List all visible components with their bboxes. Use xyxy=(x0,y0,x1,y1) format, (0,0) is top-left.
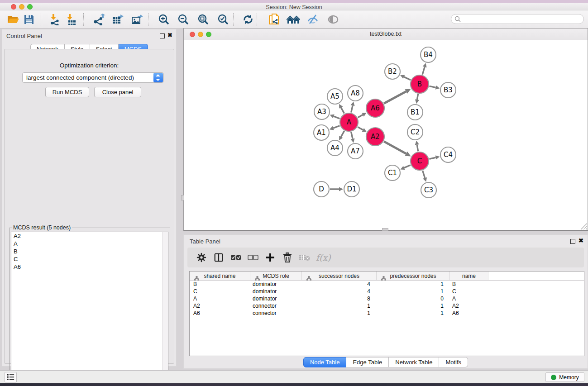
table-cell[interactable]: 1 xyxy=(377,288,450,295)
graph-edge-A-A3[interactable] xyxy=(334,116,339,119)
select-all-checked-icon[interactable] xyxy=(230,252,242,263)
tab-node-table[interactable]: Node Table xyxy=(303,357,347,367)
add-column-icon[interactable] xyxy=(264,252,276,263)
export-image-icon[interactable] xyxy=(129,12,146,27)
table-cell[interactable]: B xyxy=(450,281,488,287)
graph-edge-C-C1[interactable] xyxy=(404,165,411,168)
graph-edge-A-A4[interactable] xyxy=(341,131,344,137)
float-panel-icon[interactable] xyxy=(160,33,165,38)
table-cell[interactable]: A xyxy=(190,295,250,302)
graph-edge-A-A8[interactable] xyxy=(351,105,353,112)
refresh-layout-icon[interactable] xyxy=(240,12,256,27)
table-cell[interactable]: 1 xyxy=(302,310,377,316)
table-row[interactable]: Bdominator41B xyxy=(190,281,584,288)
graph-edge-B-B1[interactable] xyxy=(417,94,418,100)
zoom-selected-icon[interactable] xyxy=(215,12,231,27)
deselect-all-icon[interactable] xyxy=(247,252,259,263)
table-cell[interactable]: 1 xyxy=(302,303,377,309)
table-cell[interactable]: dominator xyxy=(250,281,302,287)
network-canvas[interactable]: B4B2B3A5A8A3A1B1C2A4A7C4C1C3DD1BA6AA2C xyxy=(184,40,588,230)
table-cell[interactable]: 0 xyxy=(377,295,450,302)
graph-edge-A6-B[interactable] xyxy=(384,91,406,103)
graph-edge-A-A6[interactable] xyxy=(358,115,363,118)
table-cell[interactable]: dominator xyxy=(250,295,302,302)
graph-edge-A-A7[interactable] xyxy=(351,132,353,138)
tab-motifs[interactable]: Motifs xyxy=(439,357,468,367)
table-cell[interactable]: C xyxy=(190,288,250,295)
table-row[interactable]: Cdominator41C xyxy=(190,288,584,295)
export-network-icon[interactable] xyxy=(91,12,107,27)
column-visibility-icon[interactable] xyxy=(213,252,225,263)
zoom-in-icon[interactable] xyxy=(156,12,172,27)
run-mcds-button[interactable]: Run MCDS xyxy=(45,87,89,97)
import-network-icon[interactable] xyxy=(47,12,63,27)
column-header-MCDS-role[interactable]: MCDS role xyxy=(250,272,302,280)
mcds-result-list[interactable]: A2ABCA6 xyxy=(11,232,168,380)
mcds-result-item[interactable]: A2 xyxy=(11,232,168,240)
table-cell[interactable]: connector xyxy=(250,303,302,309)
table-cell[interactable]: A6 xyxy=(450,310,488,316)
table-row[interactable]: A6connector11A6 xyxy=(190,310,584,317)
mcds-result-item[interactable]: A6 xyxy=(11,263,168,271)
table-row[interactable]: A2connector11A2 xyxy=(190,302,584,310)
table-cell[interactable]: B xyxy=(190,281,250,287)
table-cell[interactable]: A2 xyxy=(450,303,488,309)
optimization-select[interactable]: largest connected component (directed) xyxy=(22,72,164,83)
horizontal-scroll-thumb[interactable] xyxy=(382,228,388,231)
zoom-fit-icon[interactable] xyxy=(195,12,211,27)
graph-edge-B-B4[interactable] xyxy=(422,67,425,75)
table-row[interactable]: Adominator80A xyxy=(190,295,584,302)
mcds-result-item[interactable]: A xyxy=(11,240,168,248)
export-table-icon[interactable] xyxy=(110,12,126,27)
table-settings-gear-icon[interactable] xyxy=(196,252,207,263)
close-panel-icon[interactable]: ✖ xyxy=(167,32,172,38)
graph-edge-B-B3[interactable] xyxy=(430,86,436,87)
table-cell[interactable]: 4 xyxy=(302,288,377,295)
graph-edge-A-A1[interactable] xyxy=(333,126,339,128)
import-table-icon[interactable] xyxy=(63,12,79,27)
zoom-out-icon[interactable] xyxy=(175,12,191,27)
save-session-icon[interactable] xyxy=(21,12,37,27)
search-input[interactable] xyxy=(461,16,583,22)
graph-edge-A2-C[interactable] xyxy=(384,142,406,154)
table-cell[interactable]: A6 xyxy=(190,310,250,316)
resize-grip[interactable] xyxy=(581,223,587,229)
close-panel-icon[interactable]: ✖ xyxy=(578,238,583,244)
column-header-shared-name[interactable]: shared name xyxy=(190,272,250,280)
open-session-icon[interactable] xyxy=(5,12,21,27)
table-cell[interactable]: 1 xyxy=(377,310,450,316)
column-header-successor-nodes[interactable]: successor nodes xyxy=(302,272,377,280)
float-panel-icon[interactable] xyxy=(570,239,575,244)
duplicate-network-icon[interactable] xyxy=(266,12,282,27)
table-cell[interactable]: 4 xyxy=(302,281,377,287)
first-neighbors-icon[interactable] xyxy=(285,12,301,27)
show-hidden-icon[interactable] xyxy=(325,12,341,27)
hide-selected-icon[interactable] xyxy=(305,12,321,27)
table-cell[interactable]: A2 xyxy=(190,303,250,309)
mcds-result-item[interactable]: B xyxy=(11,248,168,255)
table-cell[interactable]: dominator xyxy=(250,288,302,295)
table-cell[interactable]: A xyxy=(450,295,488,302)
column-header-name[interactable]: name xyxy=(450,272,488,280)
node-table[interactable]: shared nameMCDS rolesuccessor nodesprede… xyxy=(189,271,584,356)
close-panel-button[interactable]: Close panel xyxy=(94,87,141,97)
column-header-predecessor-nodes[interactable]: predecessor nodes xyxy=(377,272,450,280)
memory-button[interactable]: Memory xyxy=(545,372,584,382)
task-history-button[interactable] xyxy=(5,372,17,382)
scrollbar[interactable] xyxy=(162,232,168,379)
graph-edge-C-C3[interactable] xyxy=(423,171,425,178)
mcds-result-item[interactable]: C xyxy=(11,255,168,263)
tab-edge-table[interactable]: Edge Table xyxy=(346,357,389,367)
vertical-scroll-thumb[interactable] xyxy=(181,195,184,200)
delete-column-icon[interactable] xyxy=(282,252,293,263)
graph-edge-C-C2[interactable] xyxy=(417,145,418,152)
graph-edge-A-A5[interactable] xyxy=(341,108,344,114)
table-cell[interactable]: 8 xyxy=(302,295,377,302)
table-cell[interactable]: connector xyxy=(250,310,302,316)
graph-edge-C-C4[interactable] xyxy=(429,157,435,159)
graph-edge-B-B2[interactable] xyxy=(404,77,411,80)
table-cell[interactable]: C xyxy=(450,288,488,295)
table-cell[interactable]: 1 xyxy=(377,281,450,287)
graph-edge-A-A2[interactable] xyxy=(358,127,363,130)
tab-network-table[interactable]: Network Table xyxy=(389,357,439,367)
